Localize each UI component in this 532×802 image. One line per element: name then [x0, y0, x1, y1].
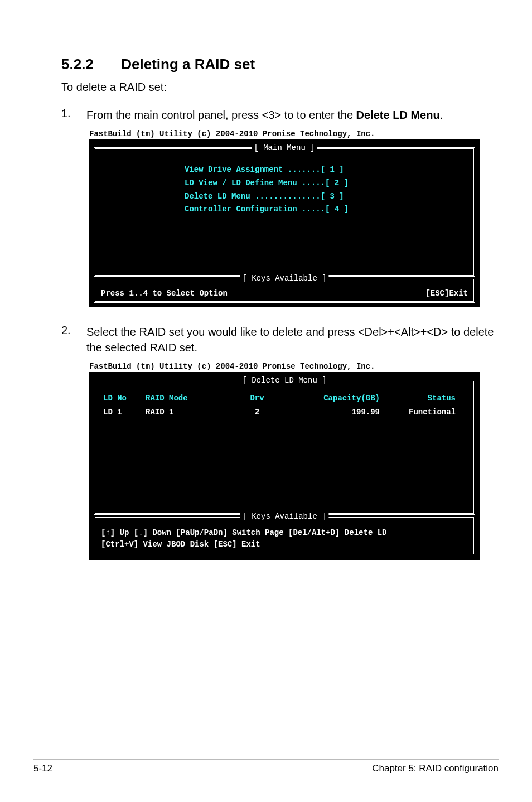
step-2: 2. Select the RAID set you would like to… — [61, 324, 499, 355]
step-1-pre: From the main control panel, press <3> t… — [86, 109, 356, 121]
keys-foot-right: [ESC]Exit — [425, 289, 468, 298]
terminal-1-header: FastBuild (tm) Utility (c) 2004-2010 Pro… — [89, 129, 499, 138]
td-stat: Functional — [391, 408, 458, 417]
page-footer: 5-12 Chapter 5: RAID configuration — [33, 759, 499, 774]
step-1-text: From the main control panel, press <3> t… — [86, 107, 499, 123]
th-ld: LD No — [101, 394, 146, 403]
ld-table: LD No RAID Mode Drv Capacity(GB) Status … — [101, 386, 468, 509]
th-cap: Capacity(GB) — [291, 394, 391, 403]
keys-title-2: [ Keys Available ] — [240, 512, 328, 521]
keys-foot2-line1: [↑] Up [↓] Down [PaUp/PaDn] Switch Page … — [101, 527, 468, 539]
th-drv: Drv — [224, 394, 291, 403]
td-ld: LD 1 — [101, 408, 146, 417]
terminal-1-wrap: FastBuild (tm) Utility (c) 2004-2010 Pro… — [89, 129, 499, 307]
td-cap: 199.99 — [291, 408, 391, 417]
delete-ld-box: [ Delete LD Menu ] LD No RAID Mode Drv C… — [94, 380, 475, 515]
keys-foot-2: [↑] Up [↓] Down [PaUp/PaDn] Switch Page … — [94, 524, 475, 555]
main-menu-title: [ Main Menu ] — [252, 143, 317, 152]
mm-line-1: View Drive Assignment .......[ 1 ] — [185, 163, 468, 177]
th-mode: RAID Mode — [146, 394, 224, 403]
mm-line-3: Delete LD Menu ..............[ 3 ] — [185, 190, 468, 204]
footer-left: 5-12 — [33, 763, 52, 774]
heading-number: 5.2.2 — [61, 56, 117, 73]
mm-line-4: Controller Configuration .....[ 4 ] — [185, 203, 468, 216]
heading-title: Deleting a RAID set — [121, 56, 255, 73]
footer-right: Chapter 5: RAID configuration — [372, 763, 499, 774]
td-drv: 2 — [224, 408, 291, 417]
mm-line-2: LD View / LD Define Menu .....[ 2 ] — [185, 177, 468, 190]
step-1: 1. From the main control panel, press <3… — [61, 107, 499, 123]
delete-ld-title: [ Delete LD Menu ] — [240, 376, 328, 385]
step-2-number: 2. — [61, 324, 86, 355]
step-1-number: 1. — [61, 107, 86, 123]
terminal-2: [ Delete LD Menu ] LD No RAID Mode Drv C… — [89, 372, 480, 560]
terminal-2-wrap: FastBuild (tm) Utility (c) 2004-2010 Pro… — [89, 362, 499, 560]
ld-table-row: LD 1 RAID 1 2 199.99 Functional — [101, 405, 468, 419]
section-heading: 5.2.2 Deleting a RAID set — [61, 56, 471, 73]
step-1-post: . — [440, 109, 443, 121]
keys-foot2-line2: [Ctrl+V] View JBOD Disk [ESC] Exit — [101, 539, 468, 550]
terminal-2-header: FastBuild (tm) Utility (c) 2004-2010 Pro… — [89, 362, 499, 371]
main-menu-body: View Drive Assignment .......[ 1 ] LD Vi… — [101, 153, 468, 270]
keys-title-1: [ Keys Available ] — [240, 274, 328, 283]
th-stat: Status — [391, 394, 458, 403]
intro-text: To delete a RAID set: — [61, 81, 499, 94]
terminal-1: [ Main Menu ] View Drive Assignment ....… — [89, 139, 480, 307]
td-mode: RAID 1 — [146, 408, 224, 417]
keys-foot-1: Press 1..4 to Select Option [ESC]Exit — [94, 286, 475, 303]
main-menu-box: [ Main Menu ] View Drive Assignment ....… — [94, 147, 475, 277]
keys-bar-1: [ Keys Available ] — [94, 278, 475, 286]
keys-bar-2: [ Keys Available ] — [94, 516, 475, 524]
ld-table-head: LD No RAID Mode Drv Capacity(GB) Status — [101, 392, 468, 405]
step-1-bold: Delete LD Menu — [356, 109, 440, 121]
step-2-text: Select the RAID set you would like to de… — [86, 324, 499, 355]
keys-foot-left: Press 1..4 to Select Option — [101, 289, 228, 298]
